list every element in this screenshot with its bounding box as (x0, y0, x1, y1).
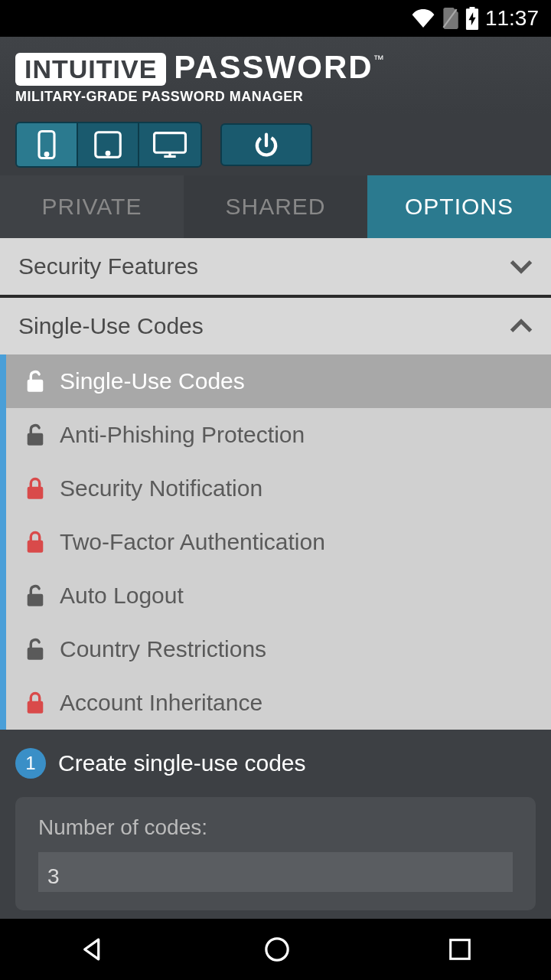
chevron-up-icon (510, 318, 533, 334)
accordion-security-features[interactable]: Security Features (0, 238, 551, 298)
step-number-badge: 1 (15, 748, 46, 779)
chevron-down-icon (510, 259, 533, 274)
back-icon[interactable] (79, 936, 106, 963)
lock-open-icon (24, 583, 46, 608)
main-tabs: PRIVATE SHARED OPTIONS (0, 175, 551, 238)
submenu-item-label: Auto Logout (60, 583, 184, 609)
logo-word-text: PASSWORD (174, 49, 373, 85)
submenu-item-label: Anti-Phishing Protection (60, 422, 305, 448)
tab-shared[interactable]: SHARED (184, 175, 367, 238)
accordion-label: Security Features (18, 253, 198, 279)
svg-rect-4 (155, 133, 186, 153)
step-header: 1 Create single-use codes (15, 748, 536, 779)
submenu-item-label: Security Notification (60, 475, 262, 501)
submenu-item[interactable]: Account Inheritance (6, 676, 551, 730)
status-time: 11:37 (485, 6, 539, 31)
submenu-item-label: Country Restrictions (60, 636, 266, 662)
device-desktop-button[interactable] (139, 123, 201, 166)
codes-input[interactable] (38, 852, 513, 892)
submenu-item-label: Account Inheritance (60, 690, 262, 716)
svg-point-13 (266, 939, 288, 960)
desktop-icon (152, 131, 187, 158)
battery-charging-icon (465, 7, 479, 30)
android-nav-bar (0, 919, 551, 980)
device-selector (15, 122, 202, 168)
svg-rect-8 (28, 487, 44, 499)
logo-block-text: INTUITIVE (15, 53, 166, 86)
form-panel: Number of codes: (15, 797, 536, 910)
logo-tm: ™ (373, 53, 384, 65)
tab-options[interactable]: OPTIONS (367, 175, 551, 238)
accordion-single-use-codes[interactable]: Single-Use Codes (0, 298, 551, 354)
lock-open-icon (24, 423, 46, 447)
submenu-item[interactable]: Auto Logout (6, 569, 551, 622)
sim-icon (441, 8, 459, 29)
power-button[interactable] (220, 123, 312, 166)
svg-rect-6 (28, 380, 44, 392)
lock-closed-icon (24, 476, 46, 501)
status-bar: 11:37 (0, 0, 551, 37)
svg-rect-11 (28, 648, 44, 660)
codes-field-label: Number of codes: (38, 815, 513, 840)
submenu-item[interactable]: Two-Factor Authentication (6, 515, 551, 569)
content-area: 1 Create single-use codes Number of code… (0, 730, 551, 929)
lock-closed-icon (24, 530, 46, 554)
recent-icon[interactable] (448, 937, 472, 962)
submenu-item[interactable]: Anti-Phishing Protection (6, 408, 551, 462)
phone-icon (36, 129, 57, 160)
submenu-item-label: Single-Use Codes (60, 368, 245, 394)
device-tablet-button[interactable] (78, 123, 139, 166)
svg-rect-10 (28, 594, 44, 606)
submenu-item[interactable]: Security Notification (6, 462, 551, 515)
lock-closed-icon (24, 691, 46, 715)
device-toolbar (0, 114, 551, 175)
device-phone-button[interactable] (17, 123, 78, 166)
svg-rect-9 (28, 541, 44, 553)
tab-private[interactable]: PRIVATE (0, 175, 184, 238)
tablet-icon (93, 129, 123, 160)
submenu-item[interactable]: Country Restrictions (6, 622, 551, 676)
power-icon (253, 132, 279, 158)
submenu-list: Single-Use CodesAnti-Phishing Protection… (0, 354, 551, 730)
svg-rect-12 (28, 701, 44, 714)
accordion-label: Single-Use Codes (18, 313, 204, 339)
step-title: Create single-use codes (58, 750, 306, 776)
submenu-item-label: Two-Factor Authentication (60, 529, 325, 555)
lock-open-icon (24, 369, 46, 394)
lock-open-icon (24, 637, 46, 662)
app-tagline: MILITARY-GRADE PASSWORD MANAGER (15, 89, 536, 105)
wifi-icon (412, 9, 435, 28)
svg-point-1 (45, 153, 48, 156)
app-header: INTUITIVE PASSWORD™ MILITARY-GRADE PASSW… (0, 37, 551, 114)
app-logo: INTUITIVE PASSWORD™ (15, 49, 536, 86)
submenu-item[interactable]: Single-Use Codes (6, 354, 551, 408)
svg-point-3 (106, 152, 109, 155)
svg-rect-14 (451, 940, 470, 959)
home-icon[interactable] (263, 936, 291, 963)
svg-rect-7 (28, 433, 44, 446)
